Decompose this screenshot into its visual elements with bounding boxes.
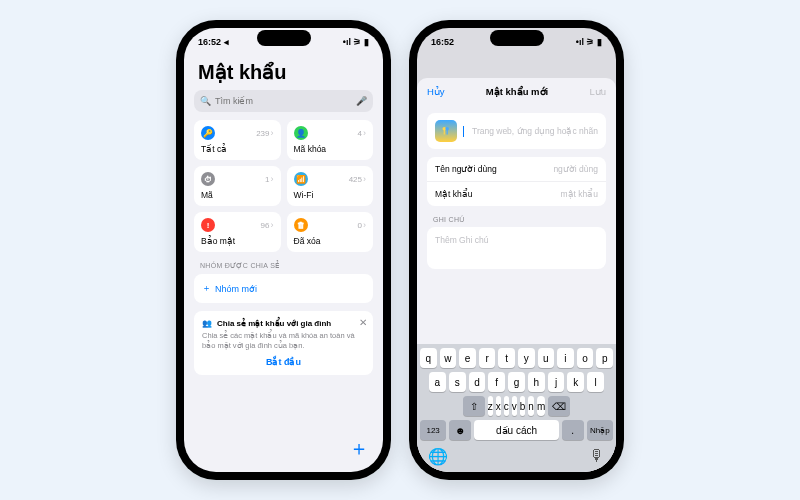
username-field[interactable]: Tên người dùng người dùng (427, 157, 606, 182)
text-cursor (463, 126, 464, 137)
tile-label: Tất cả (201, 144, 274, 154)
tile-count: 0 › (358, 220, 366, 230)
key-p[interactable]: p (596, 348, 613, 368)
key-b[interactable]: b (520, 396, 526, 416)
key-j[interactable]: j (548, 372, 565, 392)
dictation-key[interactable]: 🎙 (589, 447, 605, 466)
plus-icon: ＋ (202, 282, 211, 295)
close-icon[interactable]: ✕ (359, 317, 367, 328)
svg-rect-2 (444, 130, 445, 135)
key-d[interactable]: d (469, 372, 486, 392)
new-group-label: Nhóm mới (215, 284, 257, 294)
key-x[interactable]: x (496, 396, 501, 416)
key-n[interactable]: n (528, 396, 534, 416)
key-v[interactable]: v (512, 396, 517, 416)
screen-left: 16:52 ◂ •ıl ⚞ ▮ Mật khẩu 🔍 🎤 🔑239 ›Tất c… (184, 28, 383, 472)
key-q[interactable]: q (420, 348, 437, 368)
notes-header: GHI CHÚ (433, 216, 600, 223)
tile-count: 96 › (261, 220, 274, 230)
tile-đã-xóa[interactable]: 🗑0 ›Đã xóa (287, 212, 374, 252)
key-w[interactable]: w (440, 348, 457, 368)
search-input[interactable] (215, 96, 352, 106)
key-f[interactable]: f (488, 372, 505, 392)
tile-count: 1 › (265, 174, 273, 184)
key-c[interactable]: c (504, 396, 509, 416)
notes-placeholder: Thêm Ghi chú (435, 235, 488, 245)
family-desc: Chia sẻ các mật khẩu và mã khóa an toàn … (202, 331, 365, 351)
space-key[interactable]: dấu cách (474, 420, 558, 440)
key-h[interactable]: h (528, 372, 545, 392)
key-t[interactable]: t (498, 348, 515, 368)
notch (257, 30, 311, 46)
tile-icon: 🔑 (201, 126, 215, 140)
numbers-key[interactable]: 123 (420, 420, 446, 440)
cancel-button[interactable]: Hủy (427, 86, 445, 97)
key-g[interactable]: g (508, 372, 525, 392)
search-field[interactable]: 🔍 🎤 (194, 90, 373, 112)
tile-icon: ! (201, 218, 215, 232)
site-field[interactable]: Trang web, ứng dụng hoặc nhãn (427, 113, 606, 149)
tile-icon: 📶 (294, 172, 308, 186)
backspace-key[interactable]: ⌫ (548, 396, 570, 416)
mic-icon[interactable]: 🎤 (356, 96, 367, 106)
save-button[interactable]: Lưu (589, 86, 606, 97)
screen-right: 16:52 •ıl ⚞ ▮ Hủy Mật khẩu mới Lưu (417, 28, 616, 472)
people-icon: 👥 (202, 319, 212, 328)
notes-field[interactable]: Thêm Ghi chú (427, 227, 606, 269)
key-s[interactable]: s (449, 372, 466, 392)
search-icon: 🔍 (200, 96, 211, 106)
family-title: Chia sẻ mật khẩu với gia đình (217, 319, 331, 328)
tile-count: 4 › (358, 128, 366, 138)
key-z[interactable]: z (488, 396, 493, 416)
sheet-title: Mật khẩu mới (486, 86, 548, 97)
tile-icon: ⏱ (201, 172, 215, 186)
key-e[interactable]: e (459, 348, 476, 368)
password-placeholder: mật khẩu (560, 189, 598, 199)
status-time: 16:52 ◂ (198, 37, 229, 47)
family-promo-card: ✕ 👥Chia sẻ mật khẩu với gia đình Chia sẻ… (194, 311, 373, 375)
key-m[interactable]: m (537, 396, 545, 416)
key-l[interactable]: l (587, 372, 604, 392)
password-field[interactable]: Mật khẩu mật khẩu (427, 182, 606, 206)
status-time: 16:52 (431, 37, 454, 47)
password-label: Mật khẩu (435, 189, 473, 199)
key-y[interactable]: y (518, 348, 535, 368)
tile-wi-fi[interactable]: 📶425 ›Wi-Fi (287, 166, 374, 206)
keyboard: qwertyuiop asdfghjkl ⇧ zxcvbnm ⌫ 123 ☻ d… (417, 344, 616, 472)
phone-left: 16:52 ◂ •ıl ⚞ ▮ Mật khẩu 🔍 🎤 🔑239 ›Tất c… (176, 20, 391, 480)
tile-bảo-mật[interactable]: !96 ›Bảo mật (194, 212, 281, 252)
dot-key[interactable]: . (562, 420, 584, 440)
key-i[interactable]: i (557, 348, 574, 368)
globe-key[interactable]: 🌐 (428, 447, 448, 466)
key-o[interactable]: o (577, 348, 594, 368)
new-group-row[interactable]: ＋Nhóm mới (194, 274, 373, 303)
key-k[interactable]: k (567, 372, 584, 392)
tile-count: 239 › (256, 128, 273, 138)
tile-mã-khóa[interactable]: 👤4 ›Mã khóa (287, 120, 374, 160)
family-start-button[interactable]: Bắt đầu (202, 357, 365, 367)
tile-label: Bảo mật (201, 236, 274, 246)
tile-icon: 👤 (294, 126, 308, 140)
username-placeholder: người dùng (553, 164, 598, 174)
add-button[interactable]: ＋ (349, 435, 369, 462)
tile-label: Wi-Fi (294, 190, 367, 200)
tile-mã[interactable]: ⏱1 ›Mã (194, 166, 281, 206)
tile-icon: 🗑 (294, 218, 308, 232)
key-r[interactable]: r (479, 348, 496, 368)
notch (490, 30, 544, 46)
status-indicators: •ıl ⚞ ▮ (576, 37, 602, 47)
shared-groups-header: NHÓM ĐƯỢC CHIA SẺ (200, 262, 367, 270)
emoji-key[interactable]: ☻ (449, 420, 471, 440)
passwords-app-icon (435, 120, 457, 142)
key-a[interactable]: a (429, 372, 446, 392)
tile-label: Mã khóa (294, 144, 367, 154)
key-u[interactable]: u (538, 348, 555, 368)
page-title: Mật khẩu (198, 60, 369, 84)
username-label: Tên người dùng (435, 164, 497, 174)
shift-key[interactable]: ⇧ (463, 396, 485, 416)
tile-tất-cả[interactable]: 🔑239 ›Tất cả (194, 120, 281, 160)
site-placeholder: Trang web, ứng dụng hoặc nhãn (472, 126, 598, 136)
tile-count: 425 › (349, 174, 366, 184)
svg-rect-3 (447, 130, 448, 135)
enter-key[interactable]: Nhập (587, 420, 613, 440)
